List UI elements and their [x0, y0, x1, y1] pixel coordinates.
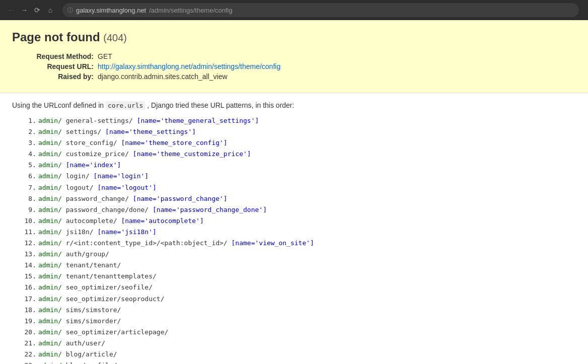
raised-by-row: Raised by: django.contrib.admin.sites.ca… [32, 72, 576, 81]
url-name: [name='theme_store_config'] [121, 139, 227, 147]
url-name: [name='password_change_done'] [153, 206, 267, 213]
url-rest: blog/profile/ [62, 361, 117, 364]
url-rest: autocomplete/ [62, 217, 121, 225]
url-middle-text: , Django tried these URL patterns, in th… [147, 101, 294, 109]
url-name: [name='theme_customize_price'] [133, 150, 251, 158]
list-item-number: 23. [22, 360, 36, 364]
url-pattern: admin/ sims/simorder/ [38, 316, 121, 327]
url-path: admin/ [38, 150, 62, 158]
url-path: admin/ [38, 228, 62, 236]
url-path: admin/ [38, 350, 62, 358]
url-path: admin/ [38, 317, 62, 325]
list-item-number: 9. [22, 204, 36, 215]
url-path: admin/ [38, 250, 62, 258]
url-pattern: admin/ autocomplete/ [name='autocomplete… [38, 215, 204, 227]
list-item: 8.admin/ password_change/ [name='passwor… [22, 193, 576, 204]
list-item-number: 16. [22, 282, 36, 293]
url-rest: seo_optimizer/articlepage/ [62, 328, 168, 336]
url-path: admin/ [38, 139, 62, 147]
request-url-link[interactable]: http://galaxy.simthanglong.net/admin/set… [98, 62, 280, 70]
url-pattern: admin/ auth/user/ [38, 338, 105, 349]
url-pattern: admin/ blog/article/ [38, 349, 117, 360]
raised-by-label: Raised by: [32, 72, 98, 81]
request-method-label: Request Method: [32, 52, 98, 60]
list-item-number: 1. [22, 115, 36, 126]
url-path: admin/ [38, 117, 62, 124]
url-pattern: admin/ tenant/tenant/ [38, 260, 121, 271]
url-pattern: admin/ sims/simstore/ [38, 305, 121, 316]
url-pattern: admin/ jsi18n/ [name='jsi18n'] [38, 227, 157, 238]
list-item: 4.admin/ customize_price/ [name='theme_c… [22, 149, 576, 160]
url-pattern: admin/ customize_price/ [name='theme_cus… [38, 149, 251, 160]
url-path: /admin/settings/theme/config [149, 7, 232, 14]
back-button[interactable]: ← [6, 5, 16, 15]
url-pattern: admin/ r/<int:content_type_id>/<path:obj… [38, 238, 314, 249]
request-method-value: GET [98, 52, 112, 60]
url-rest: settings/ [62, 128, 105, 135]
list-item-number: 3. [22, 137, 36, 149]
url-path: admin/ [38, 128, 62, 135]
url-name: [name='password_change'] [133, 195, 228, 202]
url-rest: customize_price/ [62, 150, 133, 158]
meta-table: Request Method: GET Request URL: http://… [32, 52, 576, 81]
url-name: [name='autocomplete'] [121, 217, 203, 225]
list-item: 15.admin/ tenant/tenanttemplates/ [22, 271, 576, 282]
list-item: 12.admin/ r/<int:content_type_id>/<path:… [22, 238, 576, 249]
list-item-number: 19. [22, 316, 36, 327]
url-name: [name='login'] [94, 172, 149, 180]
url-path: admin/ [38, 172, 62, 180]
url-pattern: admin/ tenant/tenanttemplates/ [38, 271, 157, 282]
request-method-row: Request Method: GET [32, 52, 576, 60]
url-section: Using the URLconf defined in core.urls ,… [0, 93, 588, 364]
list-item: 1.admin/ general-settings/ [name='theme_… [22, 115, 576, 126]
list-item: 16.admin/ seo_optimizer/seofile/ [22, 282, 576, 293]
url-path: admin/ [38, 206, 62, 213]
url-pattern: admin/ password_change/done/ [name='pass… [38, 204, 267, 215]
url-pattern: admin/ login/ [name='login'] [38, 171, 149, 182]
url-patterns-list: 1.admin/ general-settings/ [name='theme_… [22, 115, 576, 364]
forward-button[interactable]: → [19, 5, 29, 15]
address-icon: ⓘ [67, 7, 73, 14]
list-item: 17.admin/ seo_optimizer/seoproduct/ [22, 294, 576, 305]
list-item-number: 15. [22, 271, 36, 282]
url-name: [name='logout'] [97, 184, 156, 191]
url-rest: login/ [62, 172, 94, 180]
home-button[interactable]: ⌂ [45, 5, 55, 15]
url-rest: r/<int:content_type_id>/<path:object_id>… [62, 239, 232, 247]
list-item-number: 8. [22, 193, 36, 204]
url-pattern: admin/ seo_optimizer/articlepage/ [38, 327, 168, 338]
url-intro: Using the URLconf defined in core.urls ,… [12, 101, 576, 109]
url-rest: logout/ [62, 184, 97, 191]
urlconf-code: core.urls [106, 101, 145, 110]
list-item: 19.admin/ sims/simorder/ [22, 316, 576, 327]
url-pattern: admin/ auth/group/ [38, 249, 109, 260]
request-url-row: Request URL: http://galaxy.simthanglong.… [32, 62, 576, 70]
url-pattern: admin/ password_change/ [name='password_… [38, 193, 228, 204]
list-item: 21.admin/ auth/user/ [22, 338, 576, 349]
url-path: admin/ [38, 217, 62, 225]
url-path: admin/ [38, 184, 62, 191]
status-code: (404) [103, 32, 127, 43]
list-item: 11.admin/ jsi18n/ [name='jsi18n'] [22, 227, 576, 238]
reload-button[interactable]: ⟳ [32, 5, 42, 15]
address-bar[interactable]: ⓘ galaxy.simthanglong.net /admin/setting… [62, 3, 579, 17]
error-title: Page not found (404) [12, 30, 576, 44]
raised-by-value: django.contrib.admin.sites.catch_all_vie… [98, 72, 228, 81]
url-rest: password_change/done/ [62, 206, 153, 213]
url-rest: blog/article/ [62, 350, 117, 358]
page-content: Page not found (404) Request Method: GET… [0, 20, 588, 364]
url-rest: store_config/ [62, 139, 121, 147]
list-item-number: 6. [22, 171, 36, 182]
error-title-text: Page not found [12, 30, 100, 44]
url-rest: auth/user/ [62, 339, 105, 347]
list-item: 20.admin/ seo_optimizer/articlepage/ [22, 327, 576, 338]
url-intro-text: Using the URLconf defined in [12, 101, 104, 109]
nav-buttons: ← → ⟳ ⌂ [6, 5, 55, 15]
url-rest: general-settings/ [62, 117, 137, 124]
url-pattern: admin/ logout/ [name='logout'] [38, 182, 157, 193]
url-rest: seo_optimizer/seoproduct/ [62, 295, 165, 303]
request-url-value: http://galaxy.simthanglong.net/admin/set… [98, 62, 280, 70]
url-rest: jsi18n/ [62, 228, 97, 236]
url-pattern: admin/ [name='index'] [38, 160, 121, 171]
url-path: admin/ [38, 328, 62, 336]
